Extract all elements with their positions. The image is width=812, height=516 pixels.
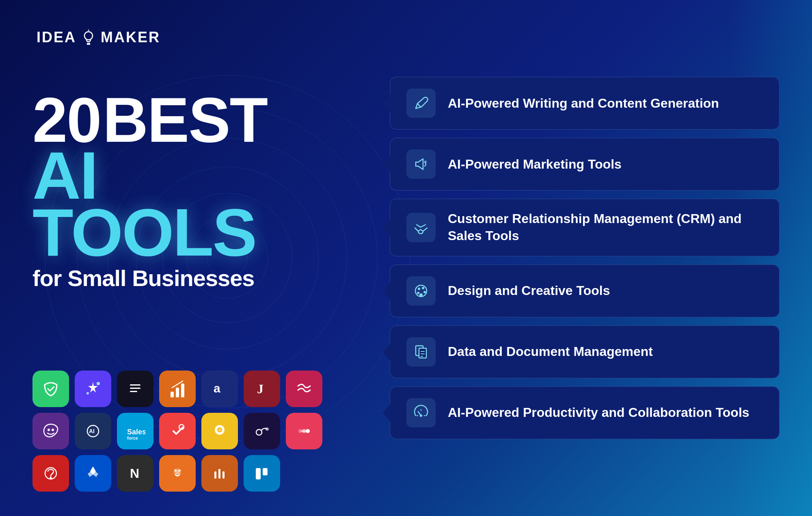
svg-point-37 bbox=[175, 470, 177, 472]
svg-rect-40 bbox=[218, 469, 220, 479]
handshake-icon bbox=[412, 219, 430, 236]
svg-rect-8 bbox=[130, 388, 140, 389]
svg-point-50 bbox=[419, 293, 423, 297]
list-item: Sales force bbox=[117, 413, 153, 449]
svg-text:J: J bbox=[257, 382, 263, 396]
speedometer-icon bbox=[412, 404, 430, 421]
svg-point-38 bbox=[179, 470, 181, 472]
logo-text-part1: IDEA bbox=[37, 29, 76, 46]
svg-rect-42 bbox=[256, 468, 261, 479]
lightbulb-icon bbox=[80, 28, 97, 46]
list-item: AI bbox=[75, 413, 111, 449]
main-title: 20 BEST AI TOOLS for Small Businesses bbox=[32, 93, 300, 291]
logo-text-part2: MAKER bbox=[101, 29, 160, 46]
palette-icon bbox=[412, 282, 430, 299]
category-label-crm: Customer Relationship Management (CRM) a… bbox=[448, 210, 763, 244]
list-item bbox=[244, 413, 280, 449]
app-icons-grid: a J bbox=[32, 371, 322, 492]
productivity-icon-wrapper bbox=[406, 398, 436, 427]
svg-text:force: force bbox=[127, 436, 138, 440]
svg-point-56 bbox=[420, 414, 422, 417]
svg-point-26 bbox=[266, 427, 269, 431]
list-item bbox=[75, 455, 111, 492]
svg-point-6 bbox=[86, 392, 89, 395]
category-card-design: Design and Creative Tools bbox=[390, 265, 780, 317]
marketing-icon-wrapper bbox=[406, 150, 436, 179]
list-item bbox=[286, 371, 322, 407]
list-item bbox=[159, 413, 196, 449]
list-item: N bbox=[117, 455, 153, 492]
svg-rect-41 bbox=[222, 471, 225, 479]
svg-point-16 bbox=[52, 429, 54, 431]
svg-text:AI: AI bbox=[89, 428, 95, 434]
logo: IDEA MAKER bbox=[37, 28, 160, 46]
svg-rect-10 bbox=[171, 392, 174, 397]
svg-point-0 bbox=[84, 32, 93, 40]
category-card-writing: AI-Powered Writing and Content Generatio… bbox=[390, 77, 780, 130]
list-item bbox=[201, 455, 238, 492]
svg-text:N: N bbox=[130, 466, 139, 481]
svg-rect-7 bbox=[130, 384, 140, 386]
svg-rect-43 bbox=[263, 468, 268, 475]
list-item: J bbox=[244, 371, 280, 407]
list-item bbox=[32, 371, 69, 407]
list-item bbox=[286, 413, 322, 449]
svg-text:a: a bbox=[214, 382, 220, 395]
svg-rect-9 bbox=[130, 391, 137, 392]
svg-rect-11 bbox=[176, 388, 179, 397]
svg-point-24 bbox=[219, 429, 220, 431]
category-card-productivity: AI-Powered Productivity and Collaboratio… bbox=[390, 386, 780, 439]
svg-point-46 bbox=[418, 288, 420, 290]
category-card-crm: Customer Relationship Management (CRM) a… bbox=[390, 199, 780, 256]
list-item: a bbox=[201, 371, 238, 407]
megaphone-icon bbox=[412, 156, 430, 173]
list-item bbox=[159, 371, 196, 407]
right-section: AI-Powered Writing and Content Generatio… bbox=[365, 0, 812, 516]
writing-icon-wrapper bbox=[406, 89, 436, 118]
list-item bbox=[32, 413, 69, 449]
category-card-data: Data and Document Management bbox=[390, 325, 780, 378]
list-item bbox=[117, 371, 153, 407]
hero-ai-tools: AI TOOLS bbox=[32, 147, 300, 261]
list-item bbox=[244, 455, 280, 492]
list-item bbox=[32, 455, 69, 492]
data-icon-wrapper bbox=[406, 337, 436, 366]
svg-point-44 bbox=[424, 160, 427, 163]
category-label-productivity: AI-Powered Productivity and Collaboratio… bbox=[448, 404, 749, 421]
svg-point-33 bbox=[50, 477, 52, 479]
svg-text:Sales: Sales bbox=[127, 428, 145, 436]
document-icon bbox=[412, 343, 430, 360]
pencil-icon bbox=[412, 95, 430, 112]
list-item bbox=[159, 455, 196, 492]
list-item bbox=[201, 413, 238, 449]
category-label-design: Design and Creative Tools bbox=[448, 282, 610, 299]
hero-subtitle: for Small Businesses bbox=[32, 265, 300, 291]
category-card-marketing: AI-Powered Marketing Tools bbox=[390, 138, 780, 191]
main-container: IDEA MAKER 20 BEST AI TOOLS for Small bbox=[0, 0, 812, 516]
svg-point-48 bbox=[423, 291, 426, 293]
crm-icon-wrapper bbox=[406, 213, 436, 242]
category-label-writing: AI-Powered Writing and Content Generatio… bbox=[448, 95, 719, 112]
list-item bbox=[75, 371, 111, 407]
left-section: IDEA MAKER 20 BEST AI TOOLS for Small bbox=[24, 0, 300, 516]
design-icon-wrapper bbox=[406, 276, 436, 306]
svg-rect-12 bbox=[181, 384, 184, 397]
svg-point-5 bbox=[97, 382, 100, 385]
svg-point-49 bbox=[417, 292, 419, 294]
hero-best: BEST bbox=[103, 85, 267, 155]
svg-point-15 bbox=[48, 429, 50, 431]
svg-point-47 bbox=[422, 287, 424, 289]
category-label-marketing: AI-Powered Marketing Tools bbox=[448, 156, 622, 173]
category-label-data: Data and Document Management bbox=[448, 343, 653, 360]
svg-rect-39 bbox=[214, 471, 216, 479]
